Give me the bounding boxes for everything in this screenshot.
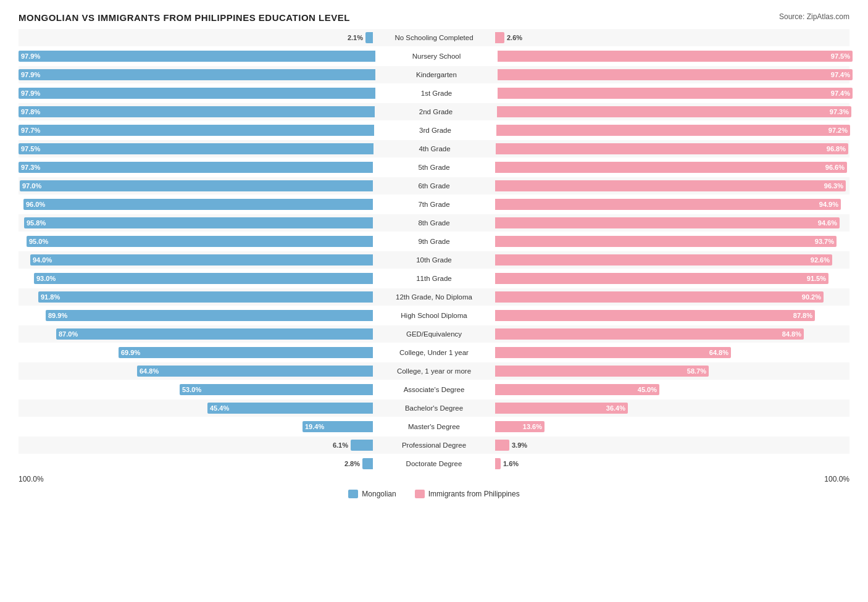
val-left: 97.5% <box>21 145 40 153</box>
val-left: 69.9% <box>121 349 140 356</box>
label-center: 6th Grade <box>375 182 493 190</box>
val-right: 94.9% <box>819 201 838 208</box>
bar-blue: 95.8% <box>24 217 373 228</box>
legend-philippines-label: Immigrants from Philippines <box>428 490 520 498</box>
val-left: 19.4% <box>305 423 324 430</box>
bar-right-wrapper: 97.5% <box>495 51 853 62</box>
bar-left-wrapper: 89.9% <box>19 310 375 321</box>
source-text: Source: ZipAtlas.com <box>779 12 849 21</box>
bar-left-wrapper: 19.4% <box>19 421 375 432</box>
label-center: Master's Degree <box>375 423 493 430</box>
bar-pink: 97.2% <box>496 125 850 136</box>
bar-pink <box>495 32 504 43</box>
bar-blue: 97.0% <box>20 180 373 191</box>
label-center: College, 1 year or more <box>375 367 493 375</box>
bar-right-wrapper: 97.4% <box>495 69 853 80</box>
bar-left-wrapper: 91.8% <box>19 291 375 303</box>
bar-left-wrapper: 45.4% <box>19 403 375 414</box>
bar-left-wrapper: 97.0% <box>19 180 375 191</box>
bar-left-wrapper: 97.8% <box>19 106 377 117</box>
bar-pink: 58.7% <box>495 366 709 377</box>
bar-row: 97.9% 1st Grade 97.4% <box>19 85 849 102</box>
val-right: 96.3% <box>824 182 843 190</box>
bar-left-wrapper: 97.9% <box>19 51 378 62</box>
bar-right-wrapper: 2.6% <box>493 32 849 43</box>
val-left: 97.0% <box>22 182 41 190</box>
bar-row: 97.0% 6th Grade 96.3% <box>19 177 849 194</box>
bar-pink: 84.8% <box>495 328 804 340</box>
val-left: 97.9% <box>21 90 40 97</box>
bar-blue: 97.7% <box>19 125 374 136</box>
label-center: 3rd Grade <box>377 127 494 134</box>
bar-right-wrapper: 92.6% <box>493 254 849 265</box>
val-outside-right: 1.6% <box>503 460 519 467</box>
bar-row: 2.8% Doctorate Degree 1.6% <box>19 455 849 472</box>
bar-blue: 64.8% <box>137 366 373 377</box>
val-right: 91.5% <box>807 275 826 282</box>
bar-left-wrapper: 2.8% <box>19 458 375 469</box>
bar-row: 97.3% 5th Grade 96.6% <box>19 159 849 176</box>
val-right: 90.2% <box>802 293 821 301</box>
bar-right-wrapper: 3.9% <box>493 440 849 451</box>
bar-pink: 96.8% <box>496 143 848 154</box>
bar-right-wrapper: 93.7% <box>493 236 849 247</box>
bar-pink: 87.8% <box>495 310 815 321</box>
bar-pink: 92.6% <box>495 254 832 265</box>
bar-right-wrapper: 36.4% <box>493 403 849 414</box>
bar-blue: 89.9% <box>46 310 373 321</box>
label-center: GED/Equivalency <box>375 330 493 338</box>
label-center: Kindergarten <box>378 71 495 78</box>
bar-blue: 97.8% <box>19 106 375 117</box>
val-outside-right: 3.9% <box>512 441 527 449</box>
bar-left-wrapper: 97.9% <box>19 88 378 99</box>
bar-pink: 91.5% <box>495 273 828 284</box>
val-left: 64.8% <box>140 367 159 375</box>
val-right: 92.6% <box>811 256 830 264</box>
axis-row: 100.0% 100.0% <box>19 475 849 483</box>
legend-philippines: Immigrants from Philippines <box>415 490 520 498</box>
bar-row: 45.4% Bachelor's Degree 36.4% <box>19 399 849 417</box>
bar-left-wrapper: 93.0% <box>19 273 375 284</box>
bar-blue <box>362 458 373 469</box>
val-left: 87.0% <box>59 330 78 338</box>
val-outside-left: 2.1% <box>348 34 363 41</box>
label-center: High School Diploma <box>375 312 493 319</box>
bar-row: 97.9% Nursery School 97.5% <box>19 48 849 65</box>
bar-pink: 94.9% <box>495 199 841 210</box>
val-right: 87.8% <box>793 312 812 319</box>
val-right: 36.4% <box>606 404 625 412</box>
bar-right-wrapper: 64.8% <box>493 347 849 358</box>
bar-blue: 95.0% <box>27 236 373 247</box>
bar-right-wrapper: 90.2% <box>493 291 849 303</box>
val-left: 96.0% <box>26 201 45 208</box>
val-left: 91.8% <box>41 293 60 301</box>
bar-blue: 91.8% <box>38 291 373 303</box>
label-center: 10th Grade <box>375 256 493 264</box>
bar-pink: 90.2% <box>495 291 824 303</box>
bar-left-wrapper: 53.0% <box>19 384 375 395</box>
bar-left-wrapper: 69.9% <box>19 347 375 358</box>
val-right: 96.8% <box>827 145 846 153</box>
bar-pink: 96.3% <box>495 180 846 191</box>
bar-blue: 94.0% <box>30 254 373 265</box>
label-center: 11th Grade <box>375 275 493 282</box>
bar-row: 97.5% 4th Grade 96.8% <box>19 140 849 157</box>
bar-blue: 87.0% <box>56 328 373 340</box>
bar-blue <box>365 32 373 43</box>
val-left: 95.0% <box>29 238 48 245</box>
label-center: 2nd Grade <box>377 108 495 115</box>
label-center: College, Under 1 year <box>375 349 493 356</box>
label-center: 9th Grade <box>375 238 493 245</box>
legend: Mongolian Immigrants from Philippines <box>19 490 849 498</box>
bar-left-wrapper: 97.5% <box>19 143 376 154</box>
val-right: 58.7% <box>687 367 706 375</box>
label-center: Nursery School <box>378 52 495 60</box>
val-right: 97.3% <box>830 108 849 115</box>
bar-left-wrapper: 87.0% <box>19 328 375 340</box>
bar-row: 69.9% College, Under 1 year 64.8% <box>19 344 849 361</box>
val-left: 53.0% <box>182 386 201 393</box>
label-center: 4th Grade <box>376 145 493 153</box>
bar-row: 19.4% Master's Degree 13.6% <box>19 418 849 435</box>
val-left: 93.0% <box>36 275 56 282</box>
bar-blue: 97.9% <box>19 51 375 62</box>
